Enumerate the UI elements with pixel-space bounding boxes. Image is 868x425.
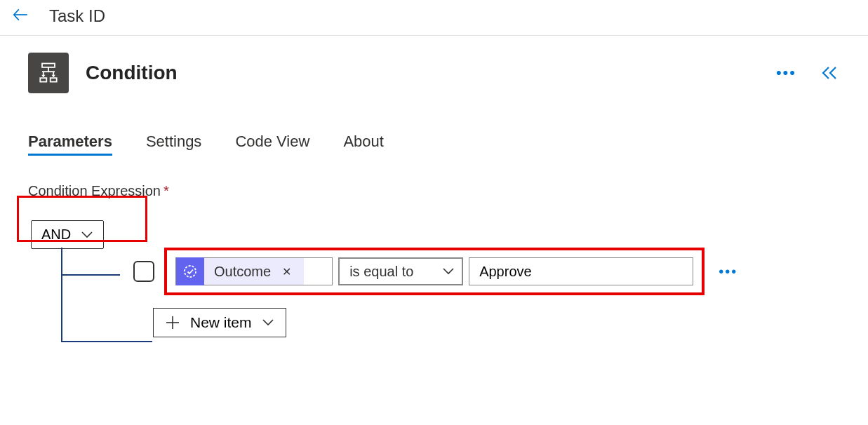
operator-label: is equal to: [349, 264, 413, 280]
svg-point-8: [185, 266, 196, 277]
page-title: Task ID: [49, 6, 105, 26]
tab-code-view[interactable]: Code View: [235, 133, 309, 155]
svg-rect-7: [51, 78, 57, 81]
tree-connector: [28, 248, 70, 337]
field-token[interactable]: Outcome ✕: [175, 257, 333, 285]
page-header: Task ID: [0, 0, 868, 36]
svg-rect-1: [42, 64, 55, 67]
chevron-down-icon: [81, 231, 93, 239]
new-item-label: New item: [190, 314, 252, 331]
operator-dropdown[interactable]: is equal to: [338, 257, 463, 285]
condition-icon: [28, 53, 69, 93]
tab-settings[interactable]: Settings: [146, 133, 202, 155]
tabs: Parameters Settings Code View About: [28, 133, 840, 155]
annotation-highlight-expression: Outcome ✕ is equal to: [164, 248, 705, 295]
chevron-down-icon: [442, 267, 455, 276]
collapse-double-chevron-icon[interactable]: [820, 65, 840, 81]
field-token-label: Outcome: [214, 264, 271, 280]
approval-check-icon: [176, 257, 204, 285]
row-checkbox[interactable]: [133, 261, 154, 282]
back-arrow-icon[interactable]: [11, 6, 29, 27]
value-input[interactable]: [479, 264, 683, 280]
new-item-button[interactable]: New item: [153, 308, 286, 337]
value-input-wrapper: [469, 257, 693, 285]
tab-about[interactable]: About: [343, 133, 384, 155]
remove-token-icon[interactable]: ✕: [279, 265, 294, 278]
section-label-text: Condition Expression: [28, 183, 161, 198]
condition-row: Outcome ✕ is equal to: [133, 248, 742, 295]
card-header: Condition •••: [28, 53, 840, 93]
section-label: Condition Expression*: [28, 183, 840, 199]
tab-parameters[interactable]: Parameters: [28, 133, 112, 155]
logic-operator-dropdown[interactable]: AND: [31, 220, 104, 249]
card-more-icon[interactable]: •••: [776, 65, 796, 81]
card-title: Condition: [86, 62, 178, 84]
logic-operator-label: AND: [41, 227, 71, 243]
required-asterisk-icon: *: [163, 183, 169, 198]
chevron-down-icon: [262, 318, 274, 327]
row-more-icon[interactable]: •••: [714, 264, 742, 280]
plus-icon: [165, 315, 180, 330]
svg-rect-6: [40, 78, 46, 81]
condition-builder: AND: [28, 220, 840, 337]
